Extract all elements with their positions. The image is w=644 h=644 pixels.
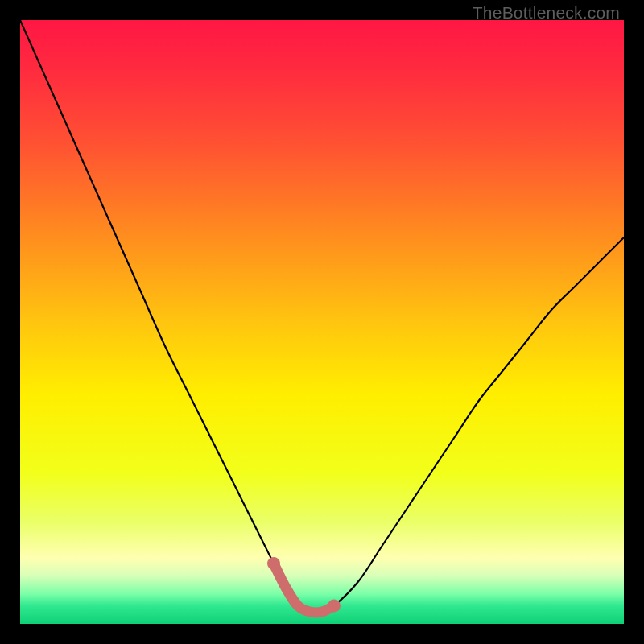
svg-point-1 <box>267 557 280 570</box>
watermark-text: TheBottleneck.com <box>473 3 620 23</box>
chart-frame: TheBottleneck.com <box>0 0 644 644</box>
svg-point-2 <box>328 600 341 613</box>
plot-area <box>20 20 624 624</box>
bottleneck-curve <box>20 20 624 624</box>
